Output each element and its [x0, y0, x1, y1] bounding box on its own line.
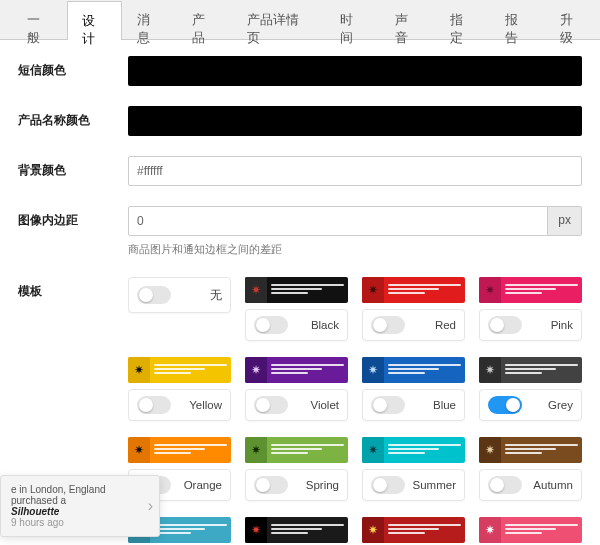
- template-tile-blue: ✷Blue: [362, 357, 465, 421]
- tab-sound[interactable]: 声音: [380, 0, 435, 39]
- bug-icon: ✷: [245, 517, 267, 543]
- bug-icon: ✷: [245, 357, 267, 383]
- template-preview: ✷: [128, 437, 231, 463]
- toast-line2: Silhouette: [11, 506, 149, 517]
- preview-lines: [267, 281, 348, 299]
- tab-time[interactable]: 时间: [325, 0, 380, 39]
- template-preview: ✷: [245, 357, 348, 383]
- chevron-right-icon: ›: [148, 497, 153, 515]
- template-preview: ✷: [362, 517, 465, 543]
- template-name: Orange: [184, 479, 222, 491]
- template-option-summer[interactable]: Summer: [362, 469, 465, 501]
- preview-lines: [150, 441, 231, 459]
- template-preview: ✷: [128, 357, 231, 383]
- preview-lines: [150, 521, 231, 539]
- label-sms-color: 短信颜色: [18, 56, 128, 79]
- template-tile-violet: ✷Violet: [245, 357, 348, 421]
- template-name: 无: [210, 288, 222, 303]
- preview-lines: [384, 281, 465, 299]
- template-toggle[interactable]: [488, 476, 522, 494]
- template-tile-autumn: ✷Autumn: [479, 437, 582, 501]
- template-toggle[interactable]: [488, 396, 522, 414]
- template-preview: ✷: [245, 437, 348, 463]
- bug-icon: ✷: [362, 517, 384, 543]
- template-option-spring[interactable]: Spring: [245, 469, 348, 501]
- template-tile-valentine: ✷Valentine: [479, 517, 582, 545]
- tab-messages[interactable]: 消息: [122, 0, 177, 39]
- template-tile-pink: ✷Pink: [479, 277, 582, 341]
- template-name: Grey: [548, 399, 573, 411]
- preview-lines: [501, 281, 582, 299]
- bug-icon: ✷: [479, 437, 501, 463]
- template-option-blue[interactable]: Blue: [362, 389, 465, 421]
- product-name-color-swatch[interactable]: [128, 106, 582, 136]
- preview-lines: [501, 361, 582, 379]
- template-preview: ✷: [479, 437, 582, 463]
- bug-icon: ✷: [362, 437, 384, 463]
- tab-report[interactable]: 报告: [490, 0, 545, 39]
- template-toggle[interactable]: [371, 316, 405, 334]
- template-preview: ✷: [479, 517, 582, 543]
- bug-icon: ✷: [479, 357, 501, 383]
- template-option-grey[interactable]: Grey: [479, 389, 582, 421]
- tab-general[interactable]: 一般: [12, 0, 67, 39]
- template-option-pink[interactable]: Pink: [479, 309, 582, 341]
- template-tile-black: ✷Black: [245, 277, 348, 341]
- template-toggle[interactable]: [137, 286, 171, 304]
- template-grid: 无✷Black✷Red✷Pink✷Yellow✷Violet✷Blue✷Grey…: [128, 277, 582, 545]
- tab-design[interactable]: 设计: [67, 1, 122, 40]
- toast-line3: 9 hours ago: [11, 517, 149, 528]
- template-name: Autumn: [533, 479, 573, 491]
- template-option-violet[interactable]: Violet: [245, 389, 348, 421]
- template-option-yellow[interactable]: Yellow: [128, 389, 231, 421]
- template-preview: ✷: [362, 277, 465, 303]
- label-template: 模板: [18, 277, 128, 300]
- img-padding-input[interactable]: [128, 206, 548, 236]
- preview-lines: [501, 441, 582, 459]
- settings-panel: 短信颜色 产品名称颜色 背景颜色 图像内边距 px 商品图片和通知边框之间的差距…: [0, 40, 600, 545]
- sms-color-swatch[interactable]: [128, 56, 582, 86]
- template-tile-summer: ✷Summer: [362, 437, 465, 501]
- template-option-none[interactable]: 无: [128, 277, 231, 313]
- tab-assign[interactable]: 指定: [435, 0, 490, 39]
- tab-product-detail[interactable]: 产品详情页: [232, 0, 325, 39]
- tab-products[interactable]: 产品: [177, 0, 232, 39]
- bug-icon: ✷: [245, 277, 267, 303]
- preview-lines: [150, 361, 231, 379]
- template-name: Yellow: [189, 399, 222, 411]
- template-option-red[interactable]: Red: [362, 309, 465, 341]
- template-tile-grey: ✷Grey: [479, 357, 582, 421]
- template-toggle[interactable]: [254, 316, 288, 334]
- template-tile-red: ✷Red: [362, 277, 465, 341]
- bug-icon: ✷: [128, 357, 150, 383]
- tabs-bar: 一般 设计 消息 产品 产品详情页 时间 声音 指定 报告 升级: [0, 0, 600, 40]
- template-toggle[interactable]: [137, 396, 171, 414]
- template-tile-yellow: ✷Yellow: [128, 357, 231, 421]
- img-padding-hint: 商品图片和通知边框之间的差距: [128, 242, 582, 257]
- label-product-name-color: 产品名称颜色: [18, 106, 128, 129]
- template-name: Spring: [306, 479, 339, 491]
- template-preview: ✷: [479, 357, 582, 383]
- template-name: Blue: [433, 399, 456, 411]
- template-toggle[interactable]: [488, 316, 522, 334]
- bg-color-input[interactable]: [128, 156, 582, 186]
- purchase-toast[interactable]: e in London, England purchased a Silhoue…: [0, 475, 160, 537]
- template-tile-blackfriday: ✷Black Friday: [245, 517, 348, 545]
- template-tile-none: 无: [128, 277, 231, 341]
- toast-line1: e in London, England purchased a: [11, 484, 149, 506]
- template-option-autumn[interactable]: Autumn: [479, 469, 582, 501]
- template-toggle[interactable]: [371, 396, 405, 414]
- preview-lines: [384, 361, 465, 379]
- tab-upgrade[interactable]: 升级: [545, 0, 600, 39]
- preview-lines: [384, 441, 465, 459]
- template-option-black[interactable]: Black: [245, 309, 348, 341]
- template-preview: ✷: [245, 517, 348, 543]
- template-toggle[interactable]: [254, 396, 288, 414]
- preview-lines: [384, 521, 465, 539]
- bug-icon: ✷: [245, 437, 267, 463]
- template-toggle[interactable]: [254, 476, 288, 494]
- preview-lines: [501, 521, 582, 539]
- preview-lines: [267, 521, 348, 539]
- label-img-padding: 图像内边距: [18, 206, 128, 229]
- template-toggle[interactable]: [371, 476, 405, 494]
